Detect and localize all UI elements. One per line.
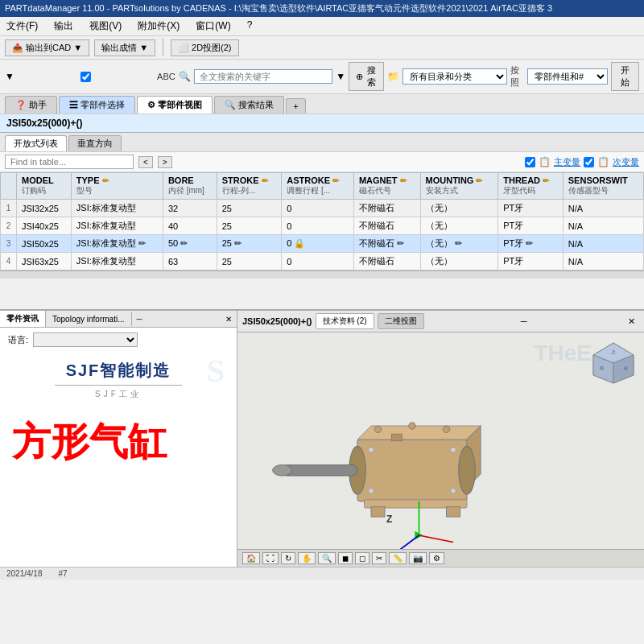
expand-icon[interactable]: ▼ [5,71,14,82]
mounting-edit-icon[interactable]: ✏ [476,176,482,185]
3d-toolbar: 🏠 ⛶ ↻ ✋ 🔍 ◼ ◻ ✂ 📏 📷 ⚙ [237,549,644,567]
filter-input[interactable] [5,155,134,169]
nav-next-button[interactable]: > [158,156,172,168]
search-dropdown-icon[interactable]: ▼ [336,71,345,82]
svg-rect-19 [447,506,460,517]
3d-view[interactable]: Y Z 上 前 右 THeE [237,332,644,549]
svg-point-13 [273,464,292,476]
menu-view[interactable]: 视图(V) [86,19,125,34]
menu-output[interactable]: 输出 [51,19,76,34]
section-btn[interactable]: ✂ [372,552,386,564]
primary-var-checkbox[interactable] [525,157,535,167]
main-toolbar: 📤 输出到CAD ▼ 输出成情 ▼ ⬜ 2D投图(2) [0,36,644,60]
table-cell: JSI:标准复动型 [71,253,163,270]
config-btn[interactable]: ⚙ [429,552,444,564]
secondary-var-checkbox[interactable] [584,157,594,167]
panel-tab-partinfo[interactable]: 零件资讯 [0,311,46,327]
tab-add-button[interactable]: + [286,98,305,114]
sub-tab-open-list[interactable]: 开放式列表 [5,135,67,151]
view-2d-button[interactable]: ⬜ 2D投图(2) [171,39,239,56]
tab-part-select[interactable]: ☰ 零部件选择 [59,96,135,114]
panel-tab-topology[interactable]: Topology informati... [46,312,132,326]
menu-window[interactable]: 窗口(W) [192,19,233,34]
thread-edit-icon[interactable]: ✏ [543,176,549,185]
col-type[interactable]: TYPE ✏ 型号 [71,173,163,200]
search-settings-icon[interactable]: 🔍 [179,71,191,82]
table-cell: （无） [420,253,498,270]
pan-btn[interactable]: ✋ [298,552,316,564]
astroke-edit-icon[interactable]: ✏ [332,176,339,185]
lang-select[interactable] [33,332,138,347]
export-cad-button[interactable]: 📤 输出到CAD ▼ [5,39,89,56]
navigation-cube[interactable]: 上 前 右 [589,339,638,387]
svg-line-27 [419,535,454,543]
shade-btn[interactable]: ◼ [338,552,353,564]
table-cell: PT牙 ✏ [498,235,564,253]
col-mounting[interactable]: MOUNTING ✏ 安装方式 [420,173,498,200]
svg-point-23 [451,488,456,493]
logo-main: SJF智能制造 [66,360,171,382]
col-magnet[interactable]: MAGNET ✏ 磁石代号 [353,173,420,200]
primary-var-label[interactable]: 主变量 [554,156,580,168]
menu-file[interactable]: 文件(F) [3,19,41,34]
tab-search-results[interactable]: 🔍 搜索结果 [214,96,284,114]
tab-part-view[interactable]: ⚙ 零部件视图 [137,96,213,114]
rotate-btn[interactable]: ↻ [281,552,295,564]
magnet-edit-icon[interactable]: ✏ [400,176,407,185]
stroke-edit-icon[interactable]: ✏ [262,176,268,185]
panel-close-button[interactable]: ✕ [221,313,237,325]
tab-helper[interactable]: ❓ 助手 [5,96,57,114]
table-row[interactable]: 4JSI63x25JSI:标准复动型63250不附磁石（无）PT牙N/A [1,253,644,270]
wire-btn[interactable]: ◻ [355,552,369,564]
table-row[interactable]: 2JSI40x25JSI:标准复动型40250不附磁石（无）PT牙N/A [1,217,644,235]
secondary-var-label[interactable]: 次变量 [613,156,639,168]
right-panel-close-button[interactable]: ─ [517,316,531,327]
menu-help[interactable]: ? [244,19,256,34]
zoom-fit-btn[interactable]: ⛶ [262,552,279,564]
scope-select[interactable]: 所有目录和分类 [402,68,507,85]
table-cell: JSI63x25 [17,253,72,270]
right-panel-minimize-button[interactable]: ✕ [624,316,639,328]
col-model[interactable]: MODEL 订购码 [17,173,72,200]
col-stroke[interactable]: STROKE ✏ 行程-列... [217,173,282,200]
svg-point-22 [369,488,374,493]
search-checkbox[interactable] [18,72,154,82]
menu-addons[interactable]: 附加件(X) [134,19,183,34]
row-number-cell: 2 [1,217,17,235]
right-panel: JSI50x25(000)+() 技术资料 (2) 二维投图 ─ ✕ Y Z [237,311,644,567]
right-panel-tab-2d[interactable]: 二维投图 [378,313,424,329]
col-bore[interactable]: BORE 内径 [mm] [163,173,217,200]
sub-tab-vertical[interactable]: 垂直方向 [68,135,122,151]
data-table-wrapper[interactable]: MODEL 订购码 TYPE ✏ 型号 BORE 内径 [mm] STROKE … [0,172,644,309]
col-thread[interactable]: THREAD ✏ 牙型代码 [498,173,564,200]
export-product-button[interactable]: 输出成情 ▼ [94,39,155,56]
table-cell: 不附磁石 ✏ [353,235,420,253]
table-cell: 不附磁石 [353,217,420,235]
table-row[interactable]: 3JSI50x25JSI:标准复动型 ✏50 ✏25 ✏0 🔒不附磁石 ✏（无）… [1,235,644,253]
table-cell: JSI:标准复动型 ✏ [71,235,163,253]
svg-text:前: 前 [600,365,604,370]
table-cell: 25 ✏ [217,235,282,253]
col-sensor[interactable]: SENSORSWIT 传感器型号 [563,173,643,200]
nav-prev-button[interactable]: < [138,156,153,168]
screenshot-btn[interactable]: 📷 [409,552,427,564]
table-cell: （无） ✏ [420,235,498,253]
right-panel-tab-tech[interactable]: 技术资料 (2) [316,313,374,329]
panel-minimize-button[interactable]: ─ [132,313,147,325]
sort-select[interactable]: 零部件组和# [527,68,608,85]
col-astroke[interactable]: ASTROKE ✏ 调整行程 [... [282,173,354,200]
search-results-icon: 🔍 [225,100,236,109]
zoom-btn[interactable]: 🔍 [318,552,336,564]
horizontal-scrollbar[interactable] [0,270,644,279]
logo-area: SJF智能制造 SJF工业 [0,352,237,408]
open-button[interactable]: 开始 [611,62,639,91]
measure-btn[interactable]: 📏 [389,552,407,564]
logo-divider [55,385,182,386]
table-row[interactable]: 1JSI32x25JSI:标准复动型32250不附磁石（无）PT牙N/A [1,200,644,217]
type-edit-icon[interactable]: ✏ [102,176,109,185]
search-input[interactable] [194,69,332,84]
home-btn[interactable]: 🏠 [242,552,260,564]
table-cell: （无） [420,200,498,217]
search-button[interactable]: ⊕ 搜索 [349,62,384,91]
svg-point-20 [369,447,374,452]
